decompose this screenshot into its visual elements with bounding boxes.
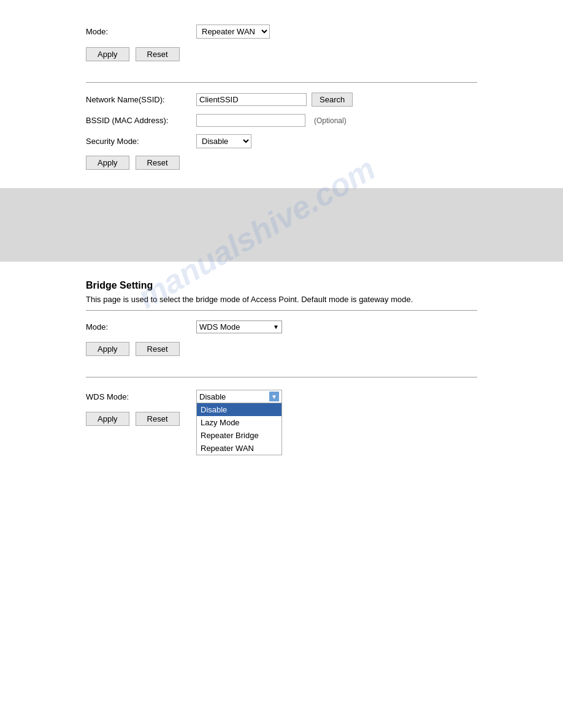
apply-button-wds[interactable]: Apply bbox=[86, 412, 129, 426]
mode-select-top[interactable]: Repeater WAN bbox=[196, 25, 270, 39]
wds-option-disable[interactable]: Disable bbox=[197, 403, 282, 416]
bssid-label: BSSID (MAC Address): bbox=[86, 116, 196, 125]
bssid-optional: (Optional) bbox=[314, 116, 347, 125]
ssid-input[interactable]: ClientSSID bbox=[196, 93, 307, 106]
wds-mode-dropdown-container: Disable ▼ Disable Lazy Mode Repeater Bri… bbox=[196, 390, 282, 403]
wds-option-repeater-wan[interactable]: Repeater WAN bbox=[197, 442, 282, 455]
wds-mode-label: WDS Mode: bbox=[86, 392, 196, 401]
bssid-input[interactable] bbox=[196, 114, 305, 127]
wds-mode-current-value: Disable bbox=[199, 392, 267, 401]
security-label: Security Mode: bbox=[86, 137, 196, 146]
reset-button-bridge[interactable]: Reset bbox=[136, 342, 180, 356]
bridge-setting-title: Bridge Setting bbox=[86, 280, 477, 291]
reset-button-top[interactable]: Reset bbox=[136, 47, 180, 61]
apply-button-top[interactable]: Apply bbox=[86, 47, 129, 61]
reset-button-network[interactable]: Reset bbox=[136, 156, 180, 170]
apply-button-network[interactable]: Apply bbox=[86, 156, 129, 170]
bridge-mode-select-value: WDS Mode bbox=[199, 322, 270, 332]
wds-mode-dropdown-open: Disable Lazy Mode Repeater Bridge Repeat… bbox=[196, 403, 282, 455]
wds-option-repeater-bridge[interactable]: Repeater Bridge bbox=[197, 429, 282, 442]
security-select[interactable]: Disable bbox=[196, 134, 251, 148]
bridge-mode-dropdown-arrow: ▼ bbox=[273, 324, 279, 330]
search-button[interactable]: Search bbox=[312, 93, 353, 107]
ssid-label: Network Name(SSID): bbox=[86, 95, 196, 104]
wds-option-lazy-mode[interactable]: Lazy Mode bbox=[197, 416, 282, 429]
wds-mode-dropdown-arrow-icon: ▼ bbox=[269, 392, 279, 401]
apply-button-bridge[interactable]: Apply bbox=[86, 342, 129, 356]
bridge-setting-desc: This page is used to select the bridge m… bbox=[86, 295, 477, 304]
reset-button-wds[interactable]: Reset bbox=[136, 412, 180, 426]
gray-area bbox=[0, 188, 563, 262]
mode-label: Mode: bbox=[86, 27, 196, 36]
wds-mode-dropdown-btn[interactable]: Disable ▼ bbox=[196, 390, 282, 403]
bridge-mode-select[interactable]: WDS Mode ▼ bbox=[196, 320, 282, 333]
bridge-mode-label: Mode: bbox=[86, 322, 196, 332]
